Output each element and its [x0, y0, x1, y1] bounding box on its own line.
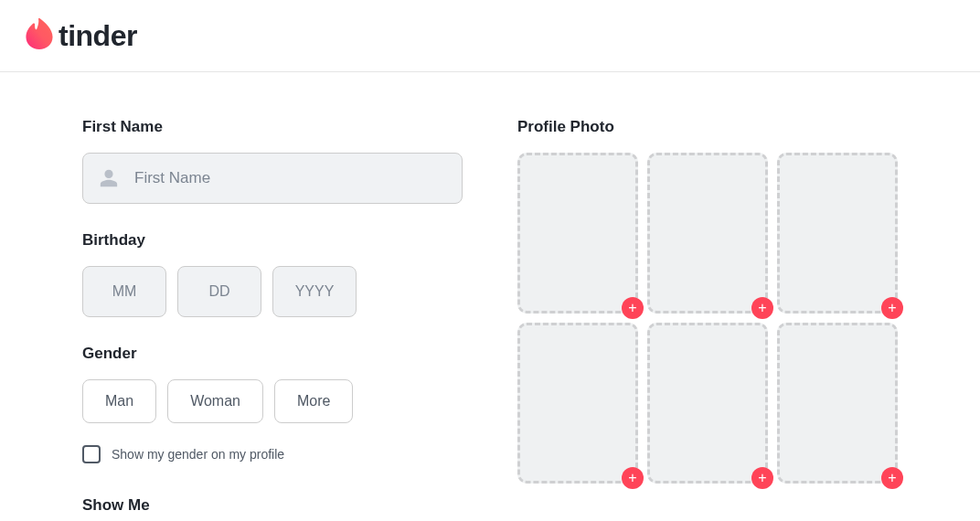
plus-icon: +	[758, 301, 766, 315]
add-photo-button[interactable]: +	[751, 297, 773, 319]
show-gender-checkbox[interactable]	[82, 445, 101, 463]
gender-more-button[interactable]: More	[274, 379, 353, 423]
photo-slot[interactable]: +	[517, 323, 638, 484]
show-gender-row: Show my gender on my profile	[82, 445, 463, 463]
logo-text: tinder	[59, 19, 137, 53]
profile-photo-label: Profile Photo	[517, 118, 898, 136]
add-photo-button[interactable]: +	[622, 297, 644, 319]
photo-slot[interactable]: +	[777, 153, 898, 314]
birthday-day-input[interactable]	[177, 266, 261, 317]
header: tinder	[0, 0, 980, 72]
flame-icon	[26, 18, 53, 53]
show-gender-label: Show my gender on my profile	[112, 447, 284, 462]
logo[interactable]: tinder	[26, 18, 954, 53]
gender-row: Man Woman More	[82, 379, 463, 423]
plus-icon: +	[888, 471, 896, 485]
add-photo-button[interactable]: +	[881, 467, 903, 489]
photo-slot[interactable]: +	[517, 153, 638, 314]
birthday-year-input[interactable]	[272, 266, 357, 317]
show-me-label: Show Me	[82, 496, 463, 515]
first-name-label: First Name	[82, 118, 463, 136]
photo-slot[interactable]: +	[647, 323, 768, 484]
gender-label: Gender	[82, 345, 463, 363]
left-column: First Name Birthday Gender Man Woman Mor…	[82, 118, 463, 521]
photo-grid: + + + + + +	[517, 153, 898, 484]
add-photo-button[interactable]: +	[622, 467, 644, 489]
plus-icon: +	[888, 301, 896, 315]
right-column: Profile Photo + + + + + +	[517, 118, 898, 521]
photo-slot[interactable]: +	[647, 153, 768, 314]
add-photo-button[interactable]: +	[881, 297, 903, 319]
content: First Name Birthday Gender Man Woman Mor…	[0, 72, 980, 521]
plus-icon: +	[628, 471, 636, 485]
birthday-label: Birthday	[82, 231, 463, 250]
birthday-month-input[interactable]	[82, 266, 166, 317]
add-photo-button[interactable]: +	[751, 467, 773, 489]
first-name-wrapper	[82, 153, 463, 204]
photo-slot[interactable]: +	[777, 323, 898, 484]
plus-icon: +	[758, 471, 766, 485]
plus-icon: +	[628, 301, 636, 315]
birthday-row	[82, 266, 463, 317]
person-icon	[99, 168, 119, 188]
gender-woman-button[interactable]: Woman	[167, 379, 263, 423]
first-name-input[interactable]	[82, 153, 463, 204]
gender-man-button[interactable]: Man	[82, 379, 156, 423]
